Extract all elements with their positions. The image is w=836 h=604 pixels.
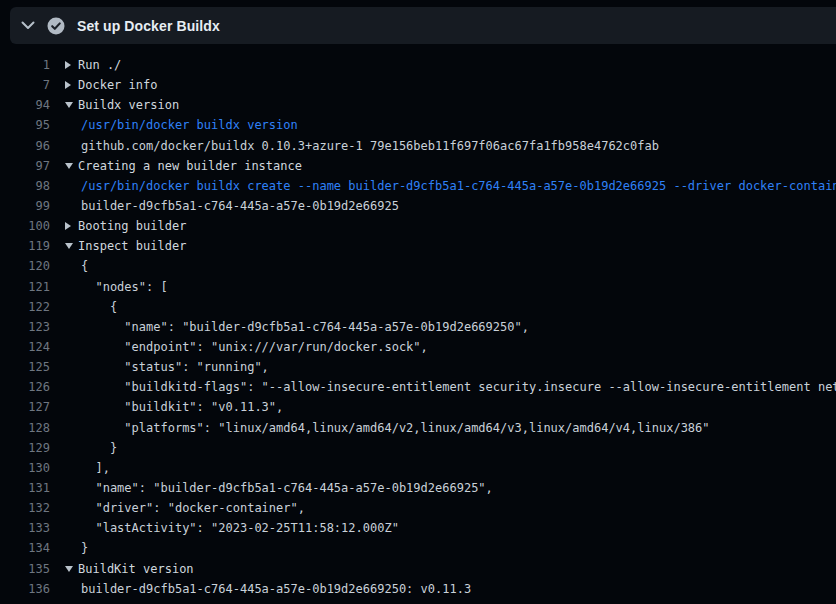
- log-line: 121 "nodes": [: [0, 277, 836, 297]
- log-line: 123 "name": "builder-d9cfb5a1-c764-445a-…: [0, 317, 836, 337]
- log-output-text: "platforms": "linux/amd64,linux/amd64/v2…: [50, 418, 710, 438]
- log-line: 129 }: [0, 438, 836, 458]
- log-container: 1Run ./7Docker info94Buildx version95/us…: [0, 55, 836, 604]
- log-line[interactable]: 7Docker info: [0, 75, 836, 95]
- line-number[interactable]: 136: [0, 579, 50, 599]
- line-number[interactable]: 94: [0, 95, 50, 115]
- log-output-text: builder-d9cfb5a1-c764-445a-a57e-0b19d2e6…: [50, 579, 471, 599]
- log-line[interactable]: 100Booting builder: [0, 216, 836, 236]
- line-number[interactable]: 126: [0, 377, 50, 397]
- log-line[interactable]: 119Inspect builder: [0, 236, 836, 256]
- log-output-text: github.com/docker/buildx 0.10.3+azure-1 …: [50, 136, 659, 156]
- log-line: 125 "status": "running",: [0, 357, 836, 377]
- line-number[interactable]: 121: [0, 277, 50, 297]
- line-number[interactable]: 132: [0, 498, 50, 518]
- log-output-text: builder-d9cfb5a1-c764-445a-a57e-0b19d2e6…: [50, 196, 399, 216]
- line-number[interactable]: 100: [0, 216, 50, 236]
- log-output-text: }: [50, 538, 88, 558]
- log-line: 132 "driver": "docker-container",: [0, 498, 836, 518]
- log-output-text: {: [50, 297, 117, 317]
- line-number[interactable]: 124: [0, 337, 50, 357]
- log-group-toggle[interactable]: Run ./: [50, 55, 121, 75]
- line-number[interactable]: 120: [0, 256, 50, 276]
- check-circle-icon: [47, 17, 65, 35]
- log-group-title: BuildKit version: [78, 559, 194, 579]
- log-line: 95/usr/bin/docker buildx version: [0, 115, 836, 135]
- step-title: Set up Docker Buildx: [77, 18, 220, 34]
- log-line: 128 "platforms": "linux/amd64,linux/amd6…: [0, 418, 836, 438]
- log-output-text: ],: [50, 458, 110, 478]
- log-line[interactable]: 1Run ./: [0, 55, 836, 75]
- log-group-toggle[interactable]: Inspect builder: [50, 236, 186, 256]
- log-viewer: Set up Docker Buildx 1Run ./7Docker info…: [0, 0, 836, 604]
- log-line: 133 "lastActivity": "2023-02-25T11:58:12…: [0, 518, 836, 538]
- line-number[interactable]: 127: [0, 397, 50, 417]
- collapse-arrow-icon: [65, 243, 78, 249]
- log-line: 122 {: [0, 297, 836, 317]
- log-group-toggle[interactable]: Docker info: [50, 75, 157, 95]
- log-line: 124 "endpoint": "unix:///var/run/docker.…: [0, 337, 836, 357]
- log-line: 126 "buildkitd-flags": "--allow-insecure…: [0, 377, 836, 397]
- log-output-text: "buildkitd-flags": "--allow-insecure-ent…: [50, 377, 836, 397]
- log-line: 98/usr/bin/docker buildx create --name b…: [0, 176, 836, 196]
- log-group-title: Creating a new builder instance: [78, 156, 302, 176]
- line-number[interactable]: 135: [0, 559, 50, 579]
- line-number[interactable]: 130: [0, 458, 50, 478]
- line-number[interactable]: 128: [0, 418, 50, 438]
- log-output-text: "nodes": [: [50, 277, 168, 297]
- log-group-toggle[interactable]: Creating a new builder instance: [50, 156, 302, 176]
- log-line: 134}: [0, 538, 836, 558]
- log-output-text: {: [50, 256, 88, 276]
- log-output-text: "name": "builder-d9cfb5a1-c764-445a-a57e…: [50, 478, 493, 498]
- line-number[interactable]: 97: [0, 156, 50, 176]
- line-number[interactable]: 125: [0, 357, 50, 377]
- log-line: 131 "name": "builder-d9cfb5a1-c764-445a-…: [0, 478, 836, 498]
- line-number[interactable]: 1: [0, 55, 50, 75]
- collapse-arrow-icon: [65, 163, 78, 169]
- log-line: 127 "buildkit": "v0.11.3",: [0, 397, 836, 417]
- line-number[interactable]: 122: [0, 297, 50, 317]
- line-number[interactable]: 99: [0, 196, 50, 216]
- collapse-arrow-icon: [65, 102, 78, 108]
- log-output-text: "name": "builder-d9cfb5a1-c764-445a-a57e…: [50, 317, 529, 337]
- log-command-text: /usr/bin/docker buildx create --name bui…: [50, 176, 836, 196]
- log-group-title: Booting builder: [78, 216, 186, 236]
- log-output-text: "status": "running",: [50, 357, 269, 377]
- log-output-text: "buildkit": "v0.11.3",: [50, 397, 283, 417]
- line-number[interactable]: 119: [0, 236, 50, 256]
- log-group-toggle[interactable]: BuildKit version: [50, 559, 194, 579]
- log-output-text: "lastActivity": "2023-02-25T11:58:12.000…: [50, 518, 399, 538]
- log-line: 130 ],: [0, 458, 836, 478]
- expand-arrow-icon: [65, 61, 78, 69]
- log-line: 99builder-d9cfb5a1-c764-445a-a57e-0b19d2…: [0, 196, 836, 216]
- expand-arrow-icon: [65, 222, 78, 230]
- line-number[interactable]: 123: [0, 317, 50, 337]
- log-line: 136builder-d9cfb5a1-c764-445a-a57e-0b19d…: [0, 579, 836, 599]
- line-number[interactable]: 133: [0, 518, 50, 538]
- collapse-arrow-icon: [65, 566, 78, 572]
- log-line[interactable]: 94Buildx version: [0, 95, 836, 115]
- log-line[interactable]: 135BuildKit version: [0, 559, 836, 579]
- log-group-title: Inspect builder: [78, 236, 186, 256]
- log-line: 96github.com/docker/buildx 0.10.3+azure-…: [0, 136, 836, 156]
- log-group-title: Docker info: [78, 75, 157, 95]
- log-output-text: }: [50, 438, 117, 458]
- line-number[interactable]: 129: [0, 438, 50, 458]
- line-number[interactable]: 134: [0, 538, 50, 558]
- log-line[interactable]: 97Creating a new builder instance: [0, 156, 836, 176]
- line-number[interactable]: 7: [0, 75, 50, 95]
- line-number[interactable]: 95: [0, 115, 50, 135]
- log-output-text: "endpoint": "unix:///var/run/docker.sock…: [50, 337, 428, 357]
- log-group-toggle[interactable]: Booting builder: [50, 216, 186, 236]
- step-header[interactable]: Set up Docker Buildx: [10, 7, 836, 44]
- log-group-toggle[interactable]: Buildx version: [50, 95, 179, 115]
- chevron-down-icon: [16, 14, 40, 38]
- log-output-text: "driver": "docker-container",: [50, 498, 305, 518]
- log-line: 120{: [0, 256, 836, 276]
- log-group-title: Buildx version: [78, 95, 179, 115]
- log-group-title: Run ./: [78, 55, 121, 75]
- line-number[interactable]: 96: [0, 136, 50, 156]
- line-number[interactable]: 98: [0, 176, 50, 196]
- line-number[interactable]: 131: [0, 478, 50, 498]
- expand-arrow-icon: [65, 81, 78, 89]
